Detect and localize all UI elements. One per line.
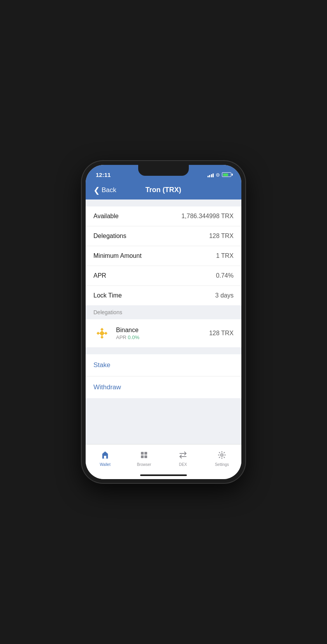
bottom-spacer [86,398,241,444]
tab-wallet[interactable]: Wallet [86,451,125,467]
main-content: Available 1,786.344998 TRX Delegations 1… [86,200,241,444]
svg-rect-9 [141,455,144,458]
signal-icon [207,172,214,177]
delegations-label: Delegations [93,233,127,240]
lock-time-value: 3 days [215,292,234,299]
delegation-info: Binance APR 0.0% [116,327,204,340]
action-section: Stake Withdraw [86,354,241,398]
delegations-row: Delegations 128 TRX [86,226,241,246]
apr-row: APR 0.74% [86,266,241,286]
tab-dex[interactable]: DEX [164,451,202,467]
battery-icon [222,172,231,177]
minimum-amount-row: Minimum Amount 1 TRX [86,246,241,266]
mid-gap [86,347,241,354]
status-time: 12:11 [96,172,111,178]
info-card: Available 1,786.344998 TRX Delegations 1… [86,206,241,305]
apr-value: 0.74% [216,272,234,279]
svg-rect-6 [104,456,106,458]
tab-browser-label: Browser [137,462,151,467]
notch [138,165,189,176]
top-gap [86,200,241,206]
home-bar [140,474,187,476]
chevron-left-icon: ❮ [93,186,100,194]
browser-icon [140,451,148,461]
available-row: Available 1,786.344998 TRX [86,206,241,226]
back-button[interactable]: ❮ Back [93,186,116,194]
delegation-apr-value: 0.0% [128,334,139,340]
status-icons: ⊜ [207,172,232,178]
delegation-name: Binance [116,327,204,334]
apr-label: APR [93,272,106,279]
tab-dex-label: DEX [179,462,187,467]
available-value: 1,786.344998 TRX [181,213,234,220]
nav-header: ❮ Back Tron (TRX) [86,182,241,200]
minimum-amount-label: Minimum Amount [93,252,142,259]
stake-button[interactable]: Stake [86,354,241,376]
svg-rect-8 [144,452,147,455]
wifi-icon: ⊜ [216,172,220,178]
delegation-apr: APR 0.0% [116,334,204,340]
svg-rect-7 [141,452,144,455]
phone-screen: 12:11 ⊜ ❮ Back Tron (TRX) [86,165,241,479]
lock-time-label: Lock Time [93,292,122,299]
available-label: Available [93,213,119,220]
back-label: Back [102,186,116,194]
tab-bar: Wallet Browser [86,444,241,472]
binance-logo-icon [93,325,111,342]
tab-wallet-label: Wallet [100,462,110,467]
tab-settings-label: Settings [215,462,229,467]
delegations-section-header: Delegations [86,305,241,319]
settings-icon [218,451,226,461]
delegation-amount: 128 TRX [209,330,234,337]
dex-icon [179,451,187,461]
home-indicator [86,472,241,479]
tab-settings[interactable]: Settings [202,451,241,467]
svg-rect-10 [144,455,147,458]
delegations-value: 128 TRX [209,233,234,240]
phone-frame: 12:11 ⊜ ❮ Back Tron (TRX) [82,161,245,483]
minimum-amount-value: 1 TRX [216,252,234,259]
lock-time-row: Lock Time 3 days [86,286,241,305]
wallet-icon [101,451,109,461]
withdraw-button[interactable]: Withdraw [86,376,241,398]
page-title: Tron (TRX) [116,186,210,194]
svg-point-13 [221,454,223,456]
delegation-item: Binance APR 0.0% 128 TRX [86,319,241,347]
tab-browser[interactable]: Browser [125,451,164,467]
